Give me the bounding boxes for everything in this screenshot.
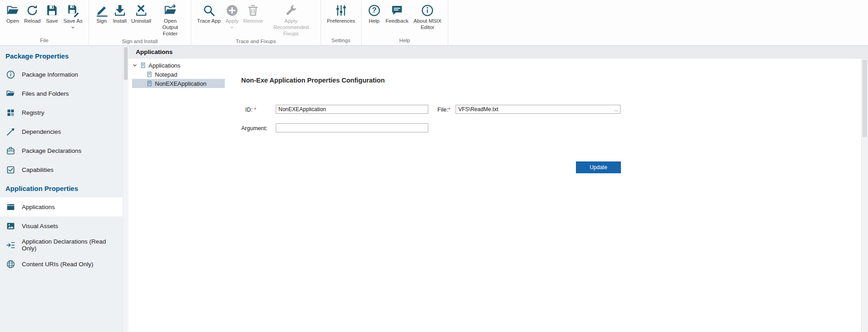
sidebar-item-files-and-folders[interactable]: Files and Folders <box>0 84 123 103</box>
document-icon <box>146 80 153 87</box>
update-button[interactable]: Update <box>576 161 621 173</box>
tree-node-label: Notepad <box>155 71 177 78</box>
sidebar-item-label: Application Declarations (Read Only) <box>22 238 117 252</box>
apply-button[interactable]: Apply <box>223 0 241 31</box>
open-label: Open <box>6 18 19 24</box>
open-button[interactable]: Open <box>4 0 22 25</box>
about-msix-editor-label: About MSIX Editor <box>413 18 442 31</box>
sidebar-item-capabilities[interactable]: Capabilities <box>0 160 123 179</box>
content-scrollbar-thumb[interactable] <box>863 60 867 137</box>
argument-input[interactable] <box>276 123 428 132</box>
sidebar-item-application-declarations[interactable]: Application Declarations (Read Only) <box>0 235 123 254</box>
sidebar-item-package-information[interactable]: Package Information <box>0 65 123 84</box>
applications-tree: Applications Notepad NonEXEApplication <box>129 59 225 332</box>
save-as-label: Save As <box>63 18 82 24</box>
tree-node-nonexeapplication[interactable]: NonEXEApplication <box>132 79 225 88</box>
required-asterisk: * <box>448 107 451 113</box>
tree-node-notepad[interactable]: Notepad <box>132 70 225 79</box>
sidebar-item-label: Registry <box>22 109 45 116</box>
reload-label: Reload <box>24 18 40 24</box>
ribbon-group-label-trace-fixups: Trace and Fixups <box>195 38 317 46</box>
apply-recommended-fixups-label: Apply Recommended Fixups <box>268 18 315 37</box>
ribbon-group-sign-install: Sign Install Uninstall <box>89 0 191 45</box>
save-as-button[interactable]: Save As <box>61 0 84 31</box>
tree-node-label: NonEXEApplication <box>155 80 206 87</box>
about-info-icon <box>421 3 434 17</box>
sidebar-item-label: Files and Folders <box>22 90 69 97</box>
ribbon-toolbar: Open Reload Save <box>0 0 868 46</box>
feedback-bubble-icon <box>390 3 404 17</box>
arrow-list-icon <box>5 240 15 250</box>
apply-label: Apply <box>225 18 238 24</box>
ribbon-group-help: ? Help Feedback About MSIX Editor <box>362 0 449 45</box>
install-icon <box>113 3 127 17</box>
main-panel: Applications Applications <box>129 46 868 332</box>
ribbon-group-label-settings: Settings <box>325 37 357 45</box>
preferences-sliders-icon <box>334 3 348 17</box>
sign-label: Sign <box>96 18 107 24</box>
preferences-label: Preferences <box>327 18 355 24</box>
chevron-down-icon[interactable] <box>132 63 138 68</box>
preferences-button[interactable]: Preferences <box>325 0 357 25</box>
open-output-folder-icon <box>164 3 177 17</box>
document-icon <box>146 71 153 78</box>
required-asterisk: * <box>254 107 256 113</box>
id-input[interactable] <box>276 105 428 114</box>
ribbon-group-file: Open Reload Save <box>0 0 89 45</box>
remove-button[interactable]: Remove <box>241 0 265 25</box>
app-window-icon <box>5 202 15 212</box>
registry-blocks-icon <box>5 107 15 117</box>
remove-trash-icon <box>246 3 260 17</box>
feedback-button[interactable]: Feedback <box>383 0 411 25</box>
uninstall-icon <box>134 3 148 17</box>
folder-icon <box>5 88 15 98</box>
reload-icon <box>25 3 39 17</box>
info-circle-icon <box>5 69 15 79</box>
apply-recommended-fixups-button[interactable]: Apply Recommended Fixups <box>265 0 317 38</box>
ribbon-group-label-file: File <box>4 37 85 45</box>
sidebar-item-package-declarations[interactable]: Package Declarations <box>0 141 123 160</box>
about-msix-editor-button[interactable]: About MSIX Editor <box>411 0 444 32</box>
sidebar-item-visual-assets[interactable]: Visual Assets <box>0 216 123 235</box>
tree-node-applications[interactable]: Applications <box>129 61 225 70</box>
document-icon <box>140 62 147 69</box>
sidebar-scrollbar[interactable] <box>123 46 129 332</box>
sign-pencil-icon <box>95 3 109 17</box>
save-button[interactable]: Save <box>43 0 61 25</box>
sidebar-item-applications[interactable]: Applications <box>0 197 123 216</box>
sidebar-item-registry[interactable]: Registry <box>0 103 123 122</box>
briefcase-icon <box>5 146 15 156</box>
install-button[interactable]: Install <box>111 0 129 25</box>
trace-app-button[interactable]: Trace App <box>195 0 223 25</box>
tree-node-label: Applications <box>149 62 180 69</box>
file-input[interactable] <box>456 105 612 113</box>
sidebar-scrollbar-thumb[interactable] <box>124 47 128 80</box>
open-output-folder-label: Open Output Folder <box>156 18 185 37</box>
file-field-label: File:* <box>437 105 451 114</box>
reload-button[interactable]: Reload <box>22 0 43 25</box>
uninstall-button[interactable]: Uninstall <box>129 0 154 25</box>
sidebar-item-label: Package Information <box>22 71 78 78</box>
content-scrollbar[interactable] <box>861 59 868 332</box>
help-button[interactable]: ? Help <box>365 0 383 25</box>
help-question-icon: ? <box>367 3 381 17</box>
sidebar-item-label: Content URIs (Read Only) <box>22 261 94 268</box>
chevron-down-icon <box>71 25 75 30</box>
msix-editor-window: Open Reload Save <box>0 0 868 332</box>
uninstall-label: Uninstall <box>131 18 151 24</box>
browse-button[interactable]: ... <box>612 105 620 113</box>
id-field-label: ID: * <box>245 105 256 114</box>
open-output-folder-button[interactable]: Open Output Folder <box>154 0 187 38</box>
save-icon <box>45 3 59 17</box>
fixups-wrench-icon <box>284 3 298 17</box>
sidebar-item-dependencies[interactable]: Dependencies <box>0 122 123 141</box>
install-label: Install <box>113 18 127 24</box>
sidebar-item-content-uris[interactable]: Content URIs (Read Only) <box>0 254 123 273</box>
page-title: Applications <box>129 46 868 59</box>
remove-label: Remove <box>243 18 263 24</box>
help-label: Help <box>369 18 380 24</box>
ribbon-group-label-sign-install: Sign and Install <box>93 38 187 46</box>
sign-button[interactable]: Sign <box>93 0 111 25</box>
form-title: Non-Exe Application Properties Configura… <box>241 77 385 84</box>
sidebar-item-label: Capabilities <box>22 166 54 173</box>
